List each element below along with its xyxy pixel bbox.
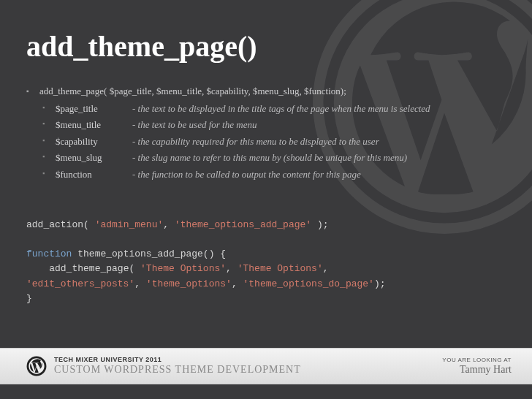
param-desc: - the text to be used for the menu	[132, 118, 256, 132]
code-token: );	[374, 278, 386, 289]
code-keyword: function	[26, 248, 72, 259]
outer-bullet-list: add_theme_page( $page_title, $menu_title…	[26, 84, 506, 181]
footer-presenter-name: Tammy Hart	[460, 364, 512, 375]
footer-university: TECH MIXER UNIVERSITY 2011	[54, 357, 301, 364]
code-token: ,	[134, 278, 146, 289]
slide-title: add_theme_page()	[26, 29, 506, 64]
param-desc: - the function to be called to output th…	[132, 167, 361, 182]
footer-course: CUSTOM WORDPRESS THEME DEVELOPMENT	[54, 364, 301, 375]
slide-content: add_theme_page() add_theme_page( $page_t…	[0, 0, 532, 306]
code-string: 'theme_options_add_page'	[175, 219, 311, 230]
param-name: $menu_title	[56, 118, 132, 132]
code-token: }	[26, 293, 32, 304]
code-string: 'Theme Options'	[238, 263, 323, 274]
param-desc: - the capability required for this menu …	[132, 134, 379, 149]
param-name: $function	[56, 167, 132, 182]
param-row: $function- the function to be called to …	[39, 167, 506, 182]
param-row: $menu_title- the text to be used for the…	[39, 118, 506, 132]
code-token: );	[311, 219, 328, 230]
code-string: 'Theme Options'	[140, 263, 226, 274]
code-token: ,	[323, 263, 335, 274]
code-string: 'theme_options_do_page'	[243, 278, 373, 289]
slide-footer: TECH MIXER UNIVERSITY 2011 CUSTOM WORDPR…	[0, 348, 532, 384]
param-desc: - the slug name to refer to this menu by…	[132, 151, 407, 165]
param-row: $menu_slug- the slug name to refer to th…	[39, 151, 506, 165]
code-token: ,	[163, 219, 175, 230]
signature-line: add_theme_page( $page_title, $menu_title…	[26, 84, 506, 181]
footer-right: YOU ARE LOOKING AT Tammy Hart	[442, 357, 512, 375]
param-name: $capability	[56, 134, 132, 149]
code-token: add_theme_page(	[26, 263, 140, 274]
code-token: ,	[226, 263, 238, 274]
param-name: $page_title	[56, 102, 132, 116]
code-string: 'admin_menu'	[95, 219, 164, 230]
wordpress-footer-icon	[26, 356, 47, 376]
footer-text-block: TECH MIXER UNIVERSITY 2011 CUSTOM WORDPR…	[54, 357, 301, 375]
footer-left: TECH MIXER UNIVERSITY 2011 CUSTOM WORDPR…	[26, 356, 301, 376]
code-block: add_action( 'admin_menu', 'theme_options…	[26, 218, 506, 306]
code-token: ,	[232, 278, 243, 289]
param-desc: - the text to be displayed in the title …	[132, 102, 430, 116]
param-row: $capability- the capability required for…	[39, 134, 506, 149]
code-string: 'edit_others_posts'	[26, 278, 134, 289]
footer-looking-at-label: YOU ARE LOOKING AT	[442, 357, 512, 364]
code-string: 'theme_options'	[146, 278, 232, 289]
param-row: $page_title- the text to be displayed in…	[39, 102, 506, 116]
code-token: theme_options_add_page() {	[72, 248, 226, 259]
param-name: $menu_slug	[56, 151, 132, 165]
signature-text: add_theme_page( $page_title, $menu_title…	[39, 86, 346, 96]
params-list: $page_title- the text to be displayed in…	[39, 102, 506, 182]
bottom-band	[0, 384, 532, 399]
code-token: add_action(	[26, 219, 95, 230]
